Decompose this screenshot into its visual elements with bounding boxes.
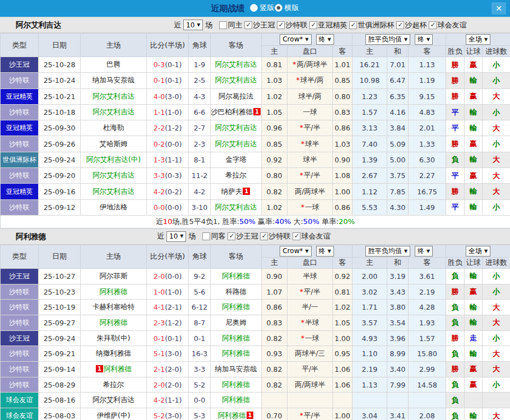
final-odds-select[interactable]: 终▼ xyxy=(316,246,334,256)
checkbox-icon[interactable] xyxy=(219,21,227,29)
odds-company-select[interactable]: Crow*▼ xyxy=(280,34,311,45)
checkbox-icon[interactable]: ✓ xyxy=(293,232,300,240)
away-team-name[interactable]: 阿利雅德 xyxy=(222,380,250,389)
home-team-name[interactable]: 阿尔艾利吉达 xyxy=(92,92,135,100)
final-select[interactable]: 终▼ xyxy=(415,246,433,256)
home-team-cell: 阿尔菲斯 xyxy=(81,268,147,284)
avg-home-cell: 3.57 xyxy=(353,315,387,331)
wdl-average-select[interactable]: 胜平负均值▼ xyxy=(365,34,410,45)
corner-cell: 6-12 xyxy=(189,300,211,315)
type-cell: 亚冠精英 xyxy=(1,120,39,136)
checkbox-icon[interactable] xyxy=(202,232,210,240)
match-scope-select[interactable]: 全场▼ xyxy=(466,34,490,45)
league-filter-checkbox[interactable]: ✓世俱洲际杯 xyxy=(349,18,394,32)
away-team-name[interactable]: 阿利雅德 xyxy=(222,334,250,342)
handicap-value: 一球 xyxy=(303,108,317,116)
checkbox-icon[interactable]: ✓ xyxy=(396,21,404,29)
away-team-name[interactable]: 阿尔艾利吉达 xyxy=(215,203,257,211)
corner-cell: 6-6 xyxy=(189,104,211,120)
match-scope-select[interactable]: 全场▼ xyxy=(466,246,490,256)
full-time-score: 4-1 xyxy=(154,303,165,311)
avg-draw-cell: 3.40 xyxy=(387,362,409,377)
league-filter-checkbox[interactable]: ✓沙特联 xyxy=(277,18,307,32)
avg-draw-cell xyxy=(387,393,409,408)
wdl-result-cell: 勝 xyxy=(446,73,465,88)
away-team-name[interactable]: 阿尔艾利吉达 xyxy=(215,76,257,84)
away-team-name[interactable]: 阿利雅德 xyxy=(222,349,250,357)
view-mode-option[interactable]: 竖版 xyxy=(250,3,275,13)
games-count-select[interactable]: 10▼ xyxy=(183,20,203,30)
chevron-down-icon: ▼ xyxy=(426,37,430,42)
away-odds-cell: 0.86 xyxy=(333,120,353,136)
away-team-name[interactable]: 阿利雅德 xyxy=(222,395,250,404)
close-button[interactable]: ✕ xyxy=(492,2,506,15)
away-team-name[interactable]: 阿利雅德 xyxy=(222,302,250,311)
avg-home-cell: 3.02 xyxy=(353,284,387,300)
handicap-result-cell: 赢 xyxy=(465,57,483,73)
home-team-name[interactable]: 阿利雅德 xyxy=(100,318,128,326)
home-team-name[interactable]: 阿利雅德 xyxy=(104,365,132,373)
avg-home-cell: 10.98 xyxy=(353,73,387,88)
home-team-name[interactable]: 阿利雅德 xyxy=(100,287,128,296)
games-count-select[interactable]: 10▼ xyxy=(166,231,186,242)
league-filter-checkbox[interactable]: ✓沙特联 xyxy=(260,229,290,244)
final-select[interactable]: 终▼ xyxy=(415,34,433,45)
away-team-name[interactable]: 阿尔艾利吉达 xyxy=(215,123,257,132)
odds-company-select[interactable]: Crow*▼ xyxy=(280,246,311,256)
summary-part: 单率: xyxy=(319,217,339,226)
type-cell: 世俱洲际杯 xyxy=(1,152,39,167)
home-odds-cell: 0.90 xyxy=(262,268,288,284)
home-team-name[interactable]: 阿尔艾利吉达 xyxy=(92,108,135,116)
checkbox-icon[interactable]: ✓ xyxy=(429,21,437,29)
league-filter-checkbox[interactable]: ✓球会友谊 xyxy=(429,18,466,32)
league-filter-checkbox[interactable]: 同主 xyxy=(219,18,242,32)
column-header: 主场 xyxy=(81,34,147,57)
sub-column-header: 客 xyxy=(409,257,446,268)
league-filter-checkbox[interactable]: ✓亚冠精英 xyxy=(309,18,347,32)
league-filter-checkbox[interactable]: ✓沙王冠 xyxy=(228,229,258,244)
date-cell: 25-09-20 xyxy=(39,168,81,184)
radio-icon[interactable] xyxy=(250,4,258,12)
checkbox-icon[interactable]: ✓ xyxy=(309,21,317,29)
checkbox-icon[interactable]: ✓ xyxy=(277,21,285,29)
view-mode-option[interactable]: 横版 xyxy=(275,3,299,13)
handicap-cell: 两球半/三 xyxy=(288,346,333,362)
league-filter-checkbox[interactable]: 同客 xyxy=(202,229,225,244)
away-team-name[interactable]: 阿利雅德 xyxy=(218,411,246,419)
wdl-average-select[interactable]: 胜平负均值▼ xyxy=(365,246,410,256)
avg-home-cell: 2.19 xyxy=(353,362,387,377)
away-odds-cell: 0.95 xyxy=(333,346,353,362)
league-filter-checkbox[interactable]: ✓沙超杯 xyxy=(396,18,426,32)
filter-prefix-label: 近 xyxy=(174,18,181,32)
match-row: 沙特联25-09-26艾哈斯姆0-2(0-0)2-3阿尔艾利吉达0.85*球半1… xyxy=(1,136,510,152)
handicap-value: 球半 xyxy=(303,155,317,164)
home-team-name[interactable]: 阿尔艾利吉达(中) xyxy=(86,155,141,164)
final-odds-select[interactable]: 终▼ xyxy=(316,34,334,45)
checkbox-icon[interactable]: ✓ xyxy=(260,232,268,240)
score-cell: 4-2(0-2) xyxy=(147,184,189,199)
checkbox-icon[interactable]: ✓ xyxy=(349,21,357,29)
handicap-result-cell: 輸 xyxy=(465,300,483,315)
select-value: 终 xyxy=(418,246,424,256)
half-time-score: (3-0) xyxy=(165,92,182,101)
score-cell: 3-3(0-3) xyxy=(147,168,189,184)
radio-icon[interactable] xyxy=(275,4,282,12)
away-team-cell: 希拉尔 xyxy=(211,168,262,184)
handicap-cell: 球半/两 xyxy=(288,88,333,104)
away-team-name[interactable]: 阿利雅德 xyxy=(222,272,250,280)
wdl-result-cell: 負 xyxy=(446,346,465,362)
red-card-badge: 1 xyxy=(96,365,103,372)
league-filter-checkbox[interactable]: ✓沙王冠 xyxy=(244,18,275,32)
league-filter-checkbox[interactable]: ✓球会友谊 xyxy=(293,229,330,244)
header-row-selects: 类型日期主场比分(半场)角球客场Crow*▼终▼胜平负均值▼终▼全场▼ xyxy=(1,34,510,46)
half-time-score: (0-3) xyxy=(165,171,182,180)
checkbox-icon[interactable]: ✓ xyxy=(228,232,235,240)
half-time-score: (1-0) xyxy=(165,288,182,296)
home-team-name[interactable]: 阿尔艾利吉达 xyxy=(92,171,135,179)
score-cell: 2-1(2-0) xyxy=(147,362,189,377)
checkbox-icon[interactable]: ✓ xyxy=(244,21,252,29)
summary-row: 近10场,胜5平4负1, 胜率:50% 赢率:40% 大:50% 单率:20% xyxy=(1,215,510,228)
home-team-name[interactable]: 阿尔艾利吉达 xyxy=(92,187,135,195)
away-team-name[interactable]: 阿尔艾利吉达 xyxy=(215,60,257,68)
away-team-name[interactable]: 阿尔艾利吉达 xyxy=(215,139,257,148)
